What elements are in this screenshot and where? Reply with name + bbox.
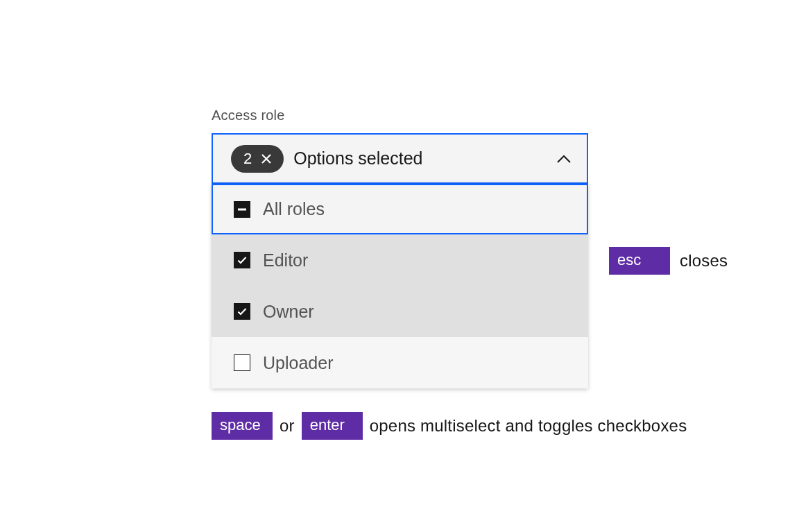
clear-selection-icon[interactable]: [259, 151, 274, 166]
selection-chip[interactable]: 2: [231, 145, 284, 173]
space-enter-annotation: space or enter opens multiselect and tog…: [212, 412, 728, 440]
key-esc: esc: [609, 247, 670, 275]
key-enter: enter: [302, 412, 363, 440]
key-space: space: [212, 412, 273, 440]
annotation-text: closes: [680, 251, 728, 271]
svg-rect-0: [238, 208, 246, 210]
selection-count: 2: [243, 150, 252, 168]
option-owner[interactable]: Owner: [212, 286, 588, 337]
chevron-up-icon: [556, 154, 572, 164]
checkbox-checked-icon: [234, 252, 250, 268]
checkbox-checked-icon: [234, 303, 250, 320]
checkbox-indeterminate-icon: [234, 201, 250, 218]
multiselect-summary: Options selected: [293, 148, 556, 169]
option-label: Uploader: [263, 353, 333, 373]
option-all-roles[interactable]: All roles: [212, 184, 588, 234]
checkbox-unchecked-icon: [234, 354, 250, 371]
annotation-text: or: [280, 416, 295, 436]
multiselect-trigger[interactable]: 2 Options selected: [212, 133, 588, 184]
option-editor[interactable]: Editor: [212, 234, 588, 286]
option-label: All roles: [263, 199, 325, 219]
field-label: Access role: [212, 108, 728, 123]
option-label: Editor: [263, 250, 308, 271]
multiselect: 2 Options selected: [212, 133, 588, 388]
annotation-text: opens multiselect and toggles checkboxes: [370, 416, 687, 436]
multiselect-listbox: All roles Editor: [212, 184, 588, 388]
option-label: Owner: [263, 302, 314, 322]
option-uploader[interactable]: Uploader: [212, 337, 588, 388]
esc-annotation: esc closes: [609, 247, 728, 275]
